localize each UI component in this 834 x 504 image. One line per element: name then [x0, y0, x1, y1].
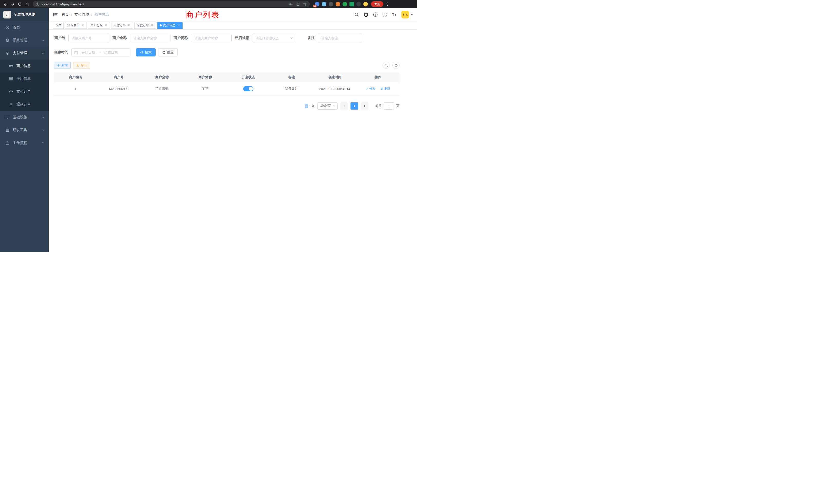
breadcrumb-home[interactable]: 首页: [62, 12, 69, 17]
sidebar-item-payment[interactable]: ¥ 支付管理: [0, 47, 49, 60]
delete-link[interactable]: 删除: [380, 87, 391, 91]
extension-icon[interactable]: [329, 2, 333, 6]
create-time-range-picker[interactable]: -: [71, 48, 130, 56]
browser-update-button[interactable]: 更新: [371, 1, 383, 7]
chevron-down-icon: [42, 116, 45, 119]
fullscreen-icon[interactable]: [382, 12, 387, 17]
refresh-table-button[interactable]: [392, 62, 399, 69]
page-size-select[interactable]: 10条/页: [317, 102, 338, 110]
merchant-list-page: 商户号 商户全称 商户简称 开启状态: [49, 30, 417, 252]
edit-link[interactable]: 修改: [366, 87, 375, 91]
status-select-input[interactable]: [252, 34, 295, 42]
sidebar-item-refund-order[interactable]: 退款订单: [0, 98, 49, 111]
export-button[interactable]: 导出: [73, 62, 90, 69]
merchant-short-name-input[interactable]: [191, 34, 232, 42]
menu-label: 退款订单: [17, 102, 31, 107]
extension-icon[interactable]: [349, 2, 354, 6]
app-title: 芋道管理系统: [14, 12, 35, 17]
col-actions: 操作: [356, 72, 399, 82]
goto-page-input[interactable]: [383, 102, 394, 110]
extension-icon[interactable]: [336, 2, 340, 6]
svg-text:T: T: [392, 13, 394, 17]
close-icon[interactable]: ×: [127, 24, 131, 27]
add-button[interactable]: 新增: [54, 62, 71, 69]
sidebar-item-workflow[interactable]: 工作流程: [0, 137, 49, 150]
browser-forward-button[interactable]: [9, 1, 16, 7]
close-icon[interactable]: ×: [177, 24, 180, 27]
github-icon[interactable]: [364, 12, 369, 17]
bookmark-star-icon[interactable]: [303, 2, 307, 6]
url-text: localhost:1024/pay/merchant: [42, 2, 287, 6]
user-menu[interactable]: [401, 11, 413, 19]
pagination-total: 共 1 条: [305, 104, 315, 108]
filter-create-time-label: 创建时间: [54, 50, 71, 55]
payment-submenu: 商户信息 应用信息 支付订单: [0, 60, 49, 111]
active-dot: [160, 24, 162, 26]
tab-process-form[interactable]: 流程表单 ×: [65, 22, 87, 29]
search-button[interactable]: 搜索: [136, 48, 156, 56]
tab-merchant-info[interactable]: 商户信息 ×: [157, 22, 182, 29]
col-status: 开启状态: [227, 72, 270, 82]
browser-back-button[interactable]: [2, 1, 9, 7]
help-icon[interactable]: ?: [373, 12, 378, 17]
total-count: 1: [309, 104, 311, 108]
sidebar-item-system[interactable]: 系统管理: [0, 34, 49, 47]
svg-text:T: T: [395, 14, 396, 17]
sidebar-item-dev-tools[interactable]: 研发工具: [0, 124, 49, 137]
extension-icon[interactable]: [322, 2, 326, 6]
extension-icon[interactable]: [356, 2, 361, 6]
sidebar-toggle-icon[interactable]: [53, 12, 58, 17]
browser-menu-icon[interactable]: ⋮: [384, 2, 391, 6]
close-icon[interactable]: ×: [150, 24, 154, 27]
chevron-down-icon: [332, 105, 336, 108]
browser-home-button[interactable]: [24, 1, 30, 7]
page-number-1[interactable]: 1: [351, 102, 358, 110]
menu-label: 首页: [13, 25, 20, 30]
merchant-no-input[interactable]: [68, 34, 109, 42]
close-icon[interactable]: ×: [81, 24, 85, 27]
sidebar-item-merchant-info[interactable]: 商户信息: [0, 60, 49, 72]
address-bar[interactable]: localhost:1024/pay/merchant: [33, 1, 310, 7]
extension-icon[interactable]: 10: [315, 2, 320, 6]
dashboard-icon: [5, 25, 10, 30]
app-logo[interactable]: 芋道管理系统: [0, 8, 49, 21]
next-page-button[interactable]: [361, 102, 369, 110]
status-toggle[interactable]: [243, 86, 254, 91]
status-select[interactable]: [252, 34, 295, 42]
tab-label: 支付订单: [113, 23, 126, 27]
end-date-input[interactable]: [102, 50, 120, 54]
start-date-input[interactable]: [79, 50, 97, 54]
close-icon[interactable]: ×: [104, 24, 108, 27]
password-key-icon[interactable]: [289, 2, 293, 6]
sidebar-item-infrastructure[interactable]: 基础设施: [0, 111, 49, 124]
sidebar-item-app-info[interactable]: 应用信息: [0, 72, 49, 85]
remark-input[interactable]: [318, 34, 362, 42]
tab-user-group[interactable]: 用户分组 ×: [88, 22, 110, 29]
tab-refund-order[interactable]: 退款订单 ×: [134, 22, 156, 29]
sidebar-item-home[interactable]: 首页: [0, 21, 49, 34]
menu-label: 应用信息: [17, 76, 31, 81]
col-remark: 备注: [270, 72, 313, 82]
prev-page-button[interactable]: [340, 102, 348, 110]
toggle-search-button[interactable]: [382, 62, 390, 69]
tab-home[interactable]: 首页: [53, 22, 64, 29]
filter-merchant-no-label: 商户号: [54, 36, 68, 40]
font-size-icon[interactable]: TT: [392, 12, 397, 17]
search-icon[interactable]: [354, 12, 359, 17]
menu-label: 研发工具: [13, 128, 27, 132]
tab-pay-order[interactable]: 支付订单 ×: [111, 22, 133, 29]
extension-icon[interactable]: [343, 2, 347, 6]
document-icon: [9, 102, 13, 107]
page-info-icon[interactable]: [36, 2, 40, 6]
sidebar-item-pay-order[interactable]: 支付订单: [0, 85, 49, 98]
grid-icon: [9, 76, 13, 81]
reset-button-label: 重置: [167, 50, 174, 55]
share-icon[interactable]: [296, 2, 300, 6]
browser-refresh-button[interactable]: [17, 1, 23, 7]
merchant-full-name-input[interactable]: [130, 34, 171, 42]
browser-profile-avatar[interactable]: [363, 2, 368, 6]
total-prefix: 共: [305, 104, 308, 108]
tags-view: 首页 流程表单 × 用户分组 × 支付订单 × 退款订单 ×: [49, 21, 417, 30]
reset-button[interactable]: 重置: [158, 48, 178, 56]
breadcrumb-payment[interactable]: 支付管理: [74, 12, 89, 17]
